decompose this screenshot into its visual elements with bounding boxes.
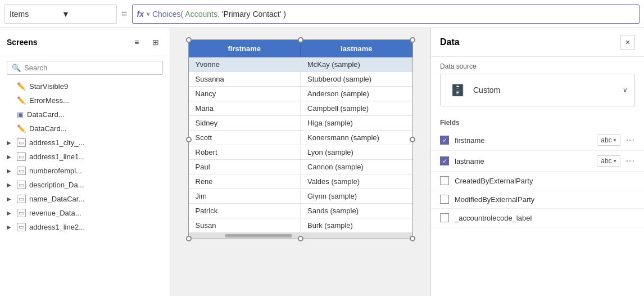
main-area: Screens ≡ ⊞ 🔍 ✏️StarVisible9✏️ErrorMess.… [0, 28, 644, 296]
gallery-row[interactable]: PaulCannon (sample) [189, 160, 412, 174]
field-item: CreatedByExternalParty [431, 172, 644, 190]
gallery-cell-lastname: Valdes (sample) [301, 174, 412, 189]
close-button[interactable]: × [620, 35, 635, 50]
fields-list: firstnameabc▾···lastnameabc▾···CreatedBy… [431, 130, 644, 227]
formula-bar: Items ▼ = fx ∨ Choices( Accounts. 'Prima… [0, 0, 644, 28]
formula-box[interactable]: fx ∨ Choices( Accounts. 'Primary Contact… [132, 5, 640, 24]
field-type-badge[interactable]: abc▾ [597, 134, 620, 146]
tree-expand-icon: ▶ [7, 154, 13, 160]
gallery-cell-firstname: Nancy [189, 87, 301, 101]
gallery-col-firstname: firstname [189, 40, 301, 57]
field-item: ModifiedByExternalParty [431, 190, 644, 209]
tree-expand-icon: ▶ [7, 168, 13, 174]
handle-tr[interactable] [410, 37, 415, 43]
field-more-button[interactable]: ··· [626, 156, 635, 166]
handle-br[interactable] [410, 236, 415, 241]
gallery-cell-firstname: Scott [189, 131, 301, 145]
search-input[interactable] [24, 64, 158, 72]
field-name-label: firstname [455, 136, 591, 145]
gallery-row[interactable]: RobertLyon (sample) [189, 145, 412, 160]
right-panel-header: Data × [431, 28, 644, 57]
gallery-row[interactable]: ScottKonersmann (sample) [189, 131, 412, 145]
item-name-box[interactable]: Items ▼ [4, 5, 117, 24]
tree-item[interactable]: ▶▭address1_line1... [0, 150, 170, 164]
field-type-badge[interactable]: abc▾ [597, 155, 620, 167]
tree-item-label: revenue_Data... [29, 209, 81, 217]
equals-sign: = [121, 8, 128, 20]
field-name-label: ModifiedByExternalParty [455, 195, 635, 204]
scrollbar-thumb [225, 234, 292, 237]
handle-tl[interactable] [186, 37, 192, 43]
handle-bl[interactable] [186, 236, 192, 241]
screens-title: Screens [7, 38, 125, 47]
tree-expand-icon: ▶ [7, 196, 13, 202]
tree-item[interactable]: ▶▭name_DataCar... [0, 192, 170, 206]
datasource-dropdown-arrow: ∨ [623, 86, 628, 94]
handle-bm[interactable] [298, 236, 303, 241]
gallery-row[interactable]: MariaCampbell (sample) [189, 101, 412, 116]
gallery-cell-lastname: Sands (sample) [301, 204, 412, 218]
tree-item-label: ErrorMess... [29, 96, 69, 105]
tree-item-icon: ▭ [17, 153, 26, 161]
tree-item-label: DataCard... [29, 124, 66, 133]
tree-item-label: address1_line2... [29, 223, 85, 231]
tree-expand-icon: ▶ [7, 210, 13, 216]
field-item: firstnameabc▾··· [431, 130, 644, 151]
tree-item[interactable]: ✏️ErrorMess... [0, 93, 170, 107]
gallery-row[interactable]: YvonneMcKay (sample) [189, 57, 412, 72]
screens-header: Screens ≡ ⊞ [0, 28, 170, 56]
gallery-cell-firstname: Paul [189, 160, 301, 174]
tree-item-icon: ▭ [17, 223, 26, 231]
handle-mr[interactable] [410, 137, 415, 142]
screens-icons: ≡ ⊞ [129, 35, 163, 50]
field-checkbox[interactable] [440, 176, 449, 185]
grid-view-button[interactable]: ⊞ [148, 35, 163, 50]
gallery-cell-firstname: Rene [189, 174, 301, 189]
tree-item[interactable]: ▶▭address1_city_... [0, 136, 170, 150]
formula-text: Choices( Accounts. 'Primary Contact' ) [152, 10, 286, 19]
field-checkbox[interactable] [440, 156, 449, 165]
field-name-label: _accountrolecode_label [455, 214, 635, 222]
gallery-row[interactable]: SusanBurk (sample) [189, 218, 412, 233]
item-name-arrow: ▼ [62, 10, 112, 19]
gallery-row[interactable]: SidneyHiga (sample) [189, 116, 412, 131]
field-more-button[interactable]: ··· [626, 135, 635, 145]
gallery-row[interactable]: PatrickSands (sample) [189, 204, 412, 218]
tree-item-icon: ▭ [17, 195, 26, 203]
gallery-row[interactable]: ReneValdes (sample) [189, 174, 412, 189]
tree-item[interactable]: ▶▭description_Da... [0, 178, 170, 192]
tree-expand-icon: ▶ [7, 140, 13, 146]
field-checkbox[interactable] [440, 213, 449, 222]
handle-ml[interactable] [186, 137, 192, 142]
gallery-cell-lastname: Lyon (sample) [301, 145, 412, 159]
tree-item[interactable]: ▣DataCard... [0, 107, 170, 122]
formula-rest: 'Primary Contact' ) [222, 10, 286, 19]
tree-item[interactable]: ✏️StarVisible9 [0, 79, 170, 93]
gallery-cell-lastname: Campbell (sample) [301, 101, 412, 115]
tree-item[interactable]: ▶▭revenue_Data... [0, 206, 170, 220]
tree-item-icon: ✏️ [17, 124, 26, 133]
field-checkbox[interactable] [440, 136, 449, 145]
gallery-cell-firstname: Sidney [189, 116, 301, 130]
tree-item-label: name_DataCar... [29, 195, 84, 203]
field-type-arrow: ▾ [614, 158, 616, 164]
gallery-row[interactable]: JimGlynn (sample) [189, 189, 412, 204]
search-box: 🔍 [7, 61, 163, 75]
gallery-row[interactable]: NancyAnderson (sample) [189, 87, 412, 101]
gallery-cell-firstname: Patrick [189, 204, 301, 218]
field-checkbox[interactable] [440, 195, 449, 204]
field-type-text: abc [601, 157, 611, 165]
handle-tm[interactable] [298, 37, 303, 43]
formula-choices: Choices( [152, 10, 183, 19]
tree-item[interactable]: ▶▭numberofempl... [0, 164, 170, 178]
gallery-cell-firstname: Jim [189, 189, 301, 203]
list-view-button[interactable]: ≡ [129, 35, 144, 50]
datasource-label: Data source [431, 57, 644, 74]
datasource-box[interactable]: 🗄️ Custom ∨ [440, 74, 635, 106]
database-icon: 🗄️ [447, 80, 468, 100]
gallery-row[interactable]: SusannaStubberod (sample) [189, 72, 412, 87]
tree-item[interactable]: ▶▭address1_line2... [0, 220, 170, 234]
gallery-col-lastname: lastname [301, 40, 412, 57]
fields-label: Fields [431, 113, 644, 130]
tree-item[interactable]: ✏️DataCard... [0, 122, 170, 136]
